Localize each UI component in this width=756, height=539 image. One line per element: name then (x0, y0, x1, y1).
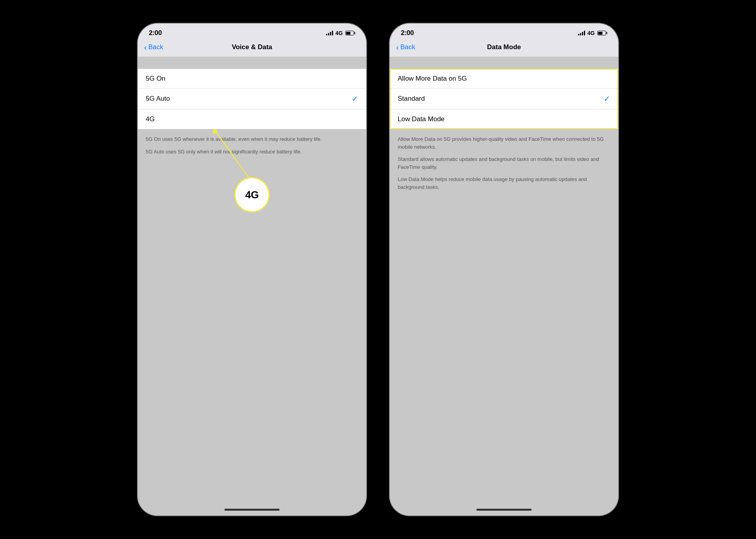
list-item-label-5g-auto: 5G Auto (146, 95, 170, 103)
network-type-2: 4G (587, 30, 595, 36)
signal-bar-4 (332, 31, 333, 35)
page-title-1: Voice & Data (232, 43, 272, 51)
page-title-2: Data Mode (487, 43, 521, 51)
chevron-left-icon-1: ‹ (144, 43, 147, 51)
list-item-label-low-data: Low Data Mode (398, 115, 445, 123)
chevron-left-icon-2: ‹ (396, 43, 399, 51)
description-text-1-0: 5G On uses 5G whenever it is available, … (146, 135, 358, 143)
signal-bar-1 (326, 34, 327, 35)
phones-container: 2:00 4G ‹ Back (138, 24, 618, 515)
checkmark-5g-auto: ✓ (352, 94, 358, 103)
network-type-1: 4G (335, 30, 343, 36)
signal-bar-6 (580, 33, 581, 35)
checkmark-standard: ✓ (604, 94, 610, 103)
content-2: Allow More Data on 5G Standard ✓ Low Dat… (390, 57, 618, 515)
signal-bars-2 (578, 31, 585, 35)
list-item-label-5g-on: 5G On (146, 75, 165, 83)
battery-fill-1 (346, 32, 350, 35)
list-item-5g-auto[interactable]: 5G Auto ✓ (138, 89, 366, 109)
signal-bar-8 (584, 31, 585, 35)
description-text-2-0: Allow More Data on 5G provides higher-qu… (398, 135, 610, 151)
signal-bar-5 (578, 34, 579, 35)
home-indicator-2 (476, 509, 532, 511)
signal-bar-2 (328, 33, 329, 35)
back-label-2: Back (400, 43, 415, 51)
home-indicator-1 (224, 509, 280, 511)
back-button-2[interactable]: ‹ Back (396, 43, 415, 51)
signal-bar-7 (582, 32, 583, 35)
status-icons-1: 4G (326, 30, 355, 36)
description-area-2: Allow More Data on 5G provides higher-qu… (390, 129, 618, 197)
description-text-2-2: Low Data Mode helps reduce mobile data u… (398, 175, 610, 191)
status-bar-1: 2:00 4G (138, 24, 366, 40)
list-item-label-standard: Standard (398, 95, 425, 103)
battery-body-2 (597, 31, 606, 35)
list-item-5g-on[interactable]: 5G On (138, 69, 366, 89)
list-item-label-allow-more-data: Allow More Data on 5G (398, 75, 467, 83)
battery-tip-1 (354, 32, 356, 34)
description-text-2-1: Standard allows automatic updates and ba… (398, 155, 610, 171)
list-item-allow-more-data[interactable]: Allow More Data on 5G (390, 69, 618, 89)
back-label-1: Back (148, 43, 163, 51)
list-item-label-4g: 4G (146, 115, 155, 123)
back-button-1[interactable]: ‹ Back (144, 43, 163, 51)
list-item-standard[interactable]: Standard ✓ (390, 89, 618, 109)
signal-bar-3 (330, 32, 331, 35)
status-time-2: 2:00 (401, 29, 414, 37)
battery-body-1 (345, 31, 354, 35)
battery-fill-2 (598, 32, 602, 35)
battery-tip-2 (606, 32, 608, 34)
status-bar-2: 2:00 4G (390, 24, 618, 40)
battery-icon-1 (345, 31, 356, 35)
list-item-low-data[interactable]: Low Data Mode (390, 109, 618, 129)
battery-icon-2 (597, 31, 608, 35)
status-icons-2: 4G (578, 30, 607, 36)
phone-data-mode: 2:00 4G ‹ Back (390, 24, 618, 515)
description-area-1: 5G On uses 5G whenever it is available, … (138, 129, 366, 162)
content-1: 5G On 5G Auto ✓ 4G 5G On uses 5G wheneve… (138, 57, 366, 515)
description-text-1-1: 5G Auto uses 5G only when it will not si… (146, 148, 358, 156)
status-time-1: 2:00 (149, 29, 162, 37)
list-item-4g[interactable]: 4G (138, 109, 366, 129)
nav-bar-2: ‹ Back Data Mode (390, 40, 618, 57)
signal-bars-1 (326, 31, 333, 35)
phone-voice-data: 2:00 4G ‹ Back (138, 24, 366, 515)
list-section-2: Allow More Data on 5G Standard ✓ Low Dat… (390, 69, 618, 129)
nav-bar-1: ‹ Back Voice & Data (138, 40, 366, 57)
list-section-1: 5G On 5G Auto ✓ 4G (138, 69, 366, 129)
